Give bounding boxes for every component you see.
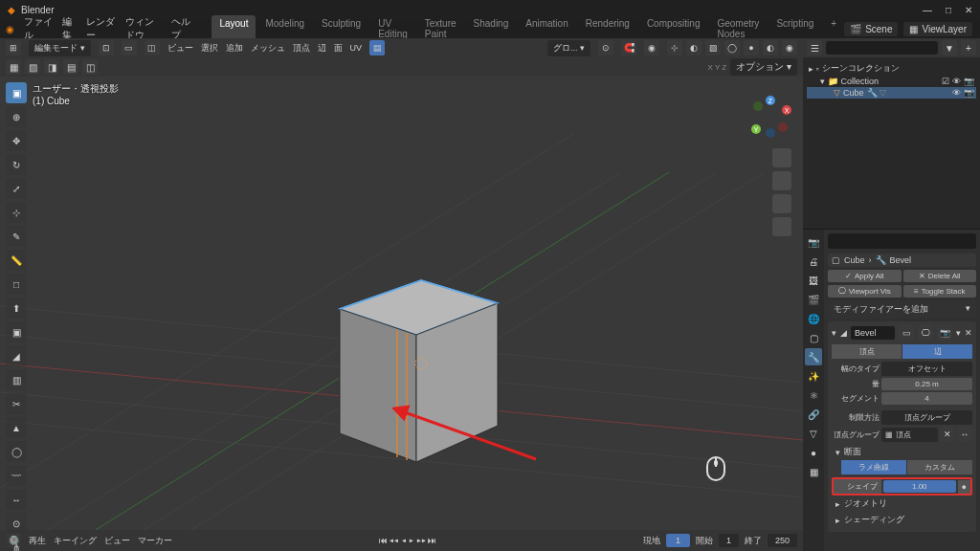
menu-vertex[interactable]: 頂点 [293,42,310,55]
profile-custom-button[interactable]: カスタム [907,460,972,474]
gizmo-x-icon[interactable]: X [782,105,791,115]
play-reverse-icon[interactable]: ◀ [402,536,407,545]
maximize-button[interactable]: □ [946,5,951,15]
tool-shrink[interactable]: ⊙ [6,513,27,534]
play-icon[interactable]: ▶ [409,536,413,545]
timeline-marker[interactable]: マーカー [138,535,172,547]
props-tab-output[interactable]: 🖨 [805,253,822,270]
close-button[interactable]: ✕ [965,5,972,15]
filter-icon[interactable]: ▼ [942,40,957,55]
jump-start-icon[interactable]: ⏮ [379,536,388,545]
camera-view-icon[interactable] [772,194,791,213]
props-tab-modifier[interactable]: 🔧 [805,348,822,365]
render-icon[interactable]: 📷 [964,88,974,98]
tool-scale[interactable]: ⤢ [6,178,27,199]
profile-section[interactable]: ▾ 断面 [832,444,972,460]
mod-display-icon[interactable]: 🖵 [918,325,933,341]
tool-extrude[interactable]: ⬆ [6,298,27,319]
affect-vertex-button[interactable]: 頂点 [832,344,902,359]
props-tab-particle[interactable]: ✨ [805,367,822,385]
xray-icon[interactable]: ▨ [705,40,721,55]
options-dropdown[interactable]: オプション ▾ [730,58,797,76]
tool-add-cube[interactable]: □ [6,274,27,295]
menu-uv[interactable]: UV [350,43,363,53]
shading-render-icon[interactable]: ◉ [782,40,797,55]
toggle-stack-button[interactable]: ≡Toggle Stack [903,285,977,298]
checkbox-icon[interactable]: ☑ [942,77,949,86]
render-icon[interactable]: 📷 [964,77,974,86]
tool-smooth[interactable]: 〰 [6,465,27,486]
props-tab-scene[interactable]: 🎬 [805,291,822,308]
amount-value[interactable]: 0.25 m [881,378,972,390]
tool-select-box[interactable]: ▣ [6,82,27,103]
viewport-vis-button[interactable]: 🖵Viewport Vis [828,285,902,298]
tool-cursor[interactable]: ⊕ [6,106,27,127]
header-icon-3[interactable]: ◨ [44,59,59,75]
minimize-button[interactable]: — [923,5,932,15]
tool-polybuild[interactable]: ▲ [6,417,27,438]
perspective-icon[interactable] [772,217,791,236]
tool-knife[interactable]: ✂ [6,393,27,414]
cube-row[interactable]: ▽ Cube 🔧 ▽ 👁 📷 [807,87,976,99]
props-tab-data[interactable]: ▽ [805,425,822,442]
close-icon[interactable]: ✕ [965,328,972,338]
tool-inset[interactable]: ▣ [6,321,27,342]
select-mode-face-icon[interactable]: ◫ [145,40,160,55]
eye-icon[interactable]: 👁 [952,88,961,98]
tool-spin[interactable]: ◯ [6,441,27,462]
mode-selector[interactable]: 編集モード ▾ [29,40,91,56]
props-tab-texture[interactable]: ▦ [805,463,822,480]
viewlayer-selector[interactable]: ▦ ViewLayer [903,22,972,36]
props-tab-constraint[interactable]: 🔗 [805,406,822,423]
tool-measure[interactable]: 📏 [6,250,27,271]
uv-sync-icon[interactable]: ▤ [369,40,385,55]
mod-render-icon[interactable]: 📷 [937,325,952,341]
proportional-icon[interactable]: ◉ [644,40,659,55]
breadcrumb[interactable]: ▢ Cube › 🔧 Bevel [828,253,976,267]
gizmo-neg-y-icon[interactable] [753,101,763,111]
outliner-search[interactable] [826,41,938,55]
outliner-editor-icon[interactable]: ☰ [807,40,822,55]
overlay-toggle-icon[interactable]: ◐ [686,40,702,55]
delete-all-button[interactable]: ✕Delete All [903,270,977,282]
timeline-keying[interactable]: キーイング [54,535,97,547]
header-icon-5[interactable]: ◫ [82,59,98,75]
props-search[interactable] [828,233,976,249]
menu-add[interactable]: 追加 [226,42,243,55]
modifier-name-field[interactable]: Bevel [851,326,895,340]
new-collection-icon[interactable]: + [961,40,976,55]
width-type-value[interactable]: オフセット [881,362,972,376]
gizmo-toggle-icon[interactable]: ⊹ [667,40,682,55]
zoom-icon[interactable] [772,148,791,167]
dropdown-icon[interactable]: ▾ [956,328,961,338]
menu-edge[interactable]: 辺 [318,42,326,55]
tool-bevel[interactable]: ◢ [6,345,27,366]
current-frame[interactable]: 1 [666,534,690,547]
header-icon-1[interactable]: ▦ [6,59,21,75]
shading-matcap-icon[interactable]: ◐ [763,40,778,55]
gizmo-neg-x-icon[interactable] [778,122,788,132]
snap-icon[interactable]: 🧲 [621,40,636,55]
menu-face[interactable]: 面 [334,42,343,55]
vgroup-invert-icon[interactable]: ↔ [957,427,972,442]
editor-type-icon[interactable]: ⊞ [6,40,21,55]
header-icon-2[interactable]: ▧ [25,59,40,75]
prev-keyframe-icon[interactable]: ◀◀ [390,536,399,545]
jump-end-icon[interactable]: ⏭ [428,536,436,545]
tool-rotate[interactable]: ↻ [6,154,27,175]
mod-editmode-icon[interactable]: ▭ [899,325,914,341]
tool-annotate[interactable]: ✎ [6,226,27,247]
tool-transform[interactable]: ⊹ [6,202,27,223]
tool-move[interactable]: ✥ [6,130,27,151]
gizmo-neg-z-icon[interactable] [766,128,775,138]
eye-icon[interactable]: 👁 [952,77,961,86]
limit-value[interactable]: 頂点グループ [881,410,972,425]
props-tab-render[interactable]: 📷 [805,233,822,251]
gizmo-y-icon[interactable]: Y [751,124,761,134]
collection-row[interactable]: ▾ 📁 Collection ☑ 👁 📷 [807,76,976,87]
start-frame[interactable]: 1 [719,534,739,547]
shape-value[interactable]: 1.00 [883,480,956,493]
next-keyframe-icon[interactable]: ▶▶ [416,536,426,545]
props-tab-object[interactable]: ▢ [805,329,822,346]
select-mode-edge-icon[interactable]: ▭ [122,40,137,55]
